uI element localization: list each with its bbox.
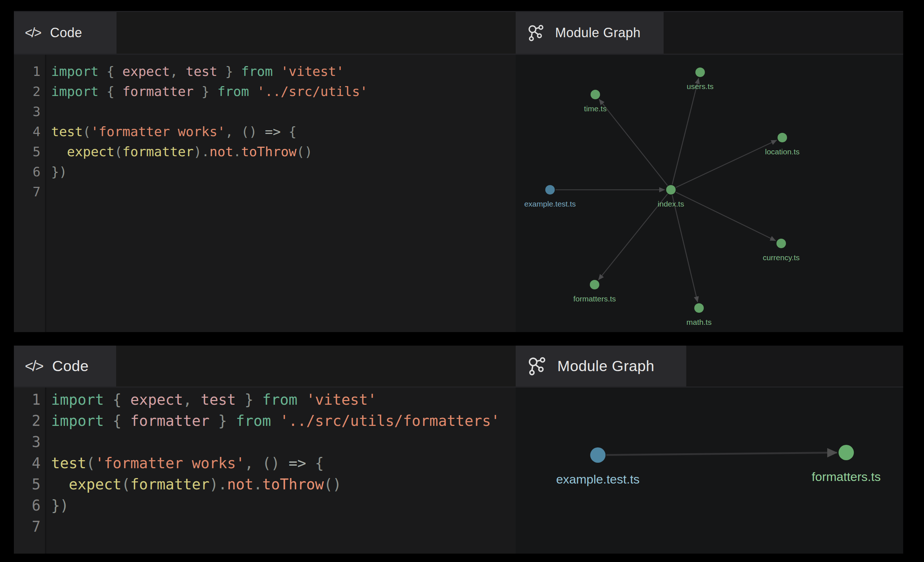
code-line: 2import { formatter } from '../src/utils… [14, 81, 516, 102]
code-line: 7 [14, 516, 516, 537]
code-line: 7 [14, 182, 516, 202]
line-number: 6 [14, 495, 45, 516]
code-icon: </> [25, 358, 43, 374]
code-editor-bottom[interactable]: 1import { expect, test } from 'vitest'2i… [14, 387, 516, 554]
graph-node-label: example.test.ts [556, 472, 640, 486]
line-number: 4 [14, 453, 45, 474]
code-line-content: expect(formatter).not.toThrow() [45, 474, 342, 495]
line-number: 4 [14, 121, 45, 142]
graph-node-time.ts[interactable] [591, 90, 600, 99]
graph-edge [606, 453, 837, 455]
code-line: 2import { formatter } from '../src/utils… [14, 410, 516, 431]
code-line: 5 expect(formatter).not.toThrow() [14, 142, 516, 161]
code-line-content: expect(formatter).not.toThrow() [45, 142, 312, 161]
module-graph-panel-bottom-header: Module Graph [516, 345, 903, 387]
code-line: 4test('formatter works', () => { [14, 453, 516, 474]
line-number: 7 [14, 516, 45, 537]
line-number: 3 [14, 431, 45, 453]
graph-node-index.ts[interactable] [666, 185, 676, 194]
tab-module-graph-top[interactable]: Module Graph [516, 12, 664, 54]
tab-code-top-label: Code [50, 25, 82, 40]
graph-node-example.test.ts[interactable] [590, 447, 606, 463]
code-line-content [45, 516, 51, 537]
code-line-content: }) [45, 495, 69, 516]
graph-node-location.ts[interactable] [777, 133, 787, 142]
code-line: 3 [14, 431, 516, 453]
module-graph-panel-top: Module Graph users.tstime.tslocation.tse… [516, 11, 903, 332]
tab-module-graph-bottom[interactable]: Module Graph [516, 345, 686, 386]
line-number: 6 [14, 161, 45, 182]
module-graph-canvas-top[interactable]: users.tstime.tslocation.tsexample.test.t… [516, 55, 903, 332]
tab-module-graph-bottom-label: Module Graph [557, 358, 654, 375]
graph-node-label: index.ts [658, 200, 684, 208]
code-line-content: }) [45, 161, 67, 182]
module-graph-panel-bottom: Module Graph example.test.tsformatters.t… [516, 345, 903, 554]
graph-edge [672, 78, 699, 185]
code-line: 4test('formatter works', () => { [14, 121, 516, 142]
code-line: 1import { expect, test } from 'vitest' [14, 61, 516, 81]
line-number: 7 [14, 182, 45, 202]
code-editor-top[interactable]: 1import { expect, test } from 'vitest'2i… [14, 55, 516, 332]
code-line-content: import { formatter } from '../src/utils/… [45, 410, 500, 431]
graph-edge [599, 99, 668, 185]
top-row: </> Code 1import { expect, test } from '… [14, 11, 903, 332]
graph-node-label: formatters.ts [573, 294, 616, 303]
line-number: 3 [14, 102, 45, 121]
code-line-content: import { formatter } from '../src/utils' [45, 81, 368, 102]
bottom-row: </> Code 1import { expect, test } from '… [14, 345, 903, 554]
graph-node-label: math.ts [687, 318, 712, 326]
module-graph-canvas-bottom[interactable]: example.test.tsformatters.ts [516, 387, 903, 554]
line-number: 1 [14, 61, 45, 81]
vitest-ui-dashboard: </> Code 1import { expect, test } from '… [14, 11, 903, 554]
code-line-content [45, 431, 51, 453]
code-line-content: import { expect, test } from 'vitest' [45, 389, 376, 410]
graph-node-label: location.ts [765, 148, 800, 156]
graph-node-label: example.test.ts [524, 200, 576, 208]
graph-node-example.test.ts[interactable] [545, 185, 555, 194]
line-number: 5 [14, 142, 45, 161]
tab-code-bottom[interactable]: </> Code [14, 345, 116, 386]
module-graph-icon [526, 356, 548, 377]
module-graph-icon [526, 23, 546, 42]
graph-node-users.ts[interactable] [695, 67, 705, 77]
graph-node-label: formatters.ts [812, 470, 881, 484]
graph-node-formatters.ts[interactable] [838, 445, 854, 460]
line-number: 2 [14, 410, 45, 431]
code-line-content: test('formatter works', () => { [45, 453, 324, 474]
line-number: 1 [14, 389, 45, 410]
graph-edge [676, 192, 776, 241]
line-number: 5 [14, 474, 45, 495]
code-panel-bottom-header: </> Code [14, 345, 516, 387]
module-graph-panel-top-header: Module Graph [516, 11, 903, 55]
tab-module-graph-top-label: Module Graph [555, 25, 640, 40]
graph-node-formatters.ts[interactable] [590, 280, 599, 289]
code-panel-bottom: </> Code 1import { expect, test } from '… [14, 345, 516, 554]
graph-node-currency.ts[interactable] [777, 239, 786, 248]
tab-code-top[interactable]: </> Code [14, 12, 117, 54]
graph-edge [672, 195, 698, 302]
code-line-content [45, 102, 51, 121]
code-panel-top: </> Code 1import { expect, test } from '… [14, 11, 516, 332]
graph-node-label: users.ts [687, 82, 714, 91]
code-panel-top-header: </> Code [14, 11, 516, 55]
code-line: 6}) [14, 495, 516, 516]
code-line: 1import { expect, test } from 'vitest' [14, 389, 516, 410]
code-line: 6}) [14, 161, 516, 182]
code-line: 5 expect(formatter).not.toThrow() [14, 474, 516, 495]
code-line-content: test('formatter works', () => { [45, 121, 297, 142]
code-line: 3 [14, 102, 516, 121]
code-icon: </> [25, 25, 40, 40]
graph-edge [598, 194, 668, 280]
line-number: 2 [14, 81, 45, 102]
tab-code-bottom-label: Code [52, 358, 89, 375]
graph-node-label: currency.ts [763, 253, 800, 262]
graph-node-math.ts[interactable] [694, 303, 704, 313]
graph-edge [676, 140, 777, 187]
code-line-content: import { expect, test } from 'vitest' [45, 61, 344, 81]
code-line-content [45, 182, 51, 202]
graph-node-label: time.ts [584, 105, 607, 113]
